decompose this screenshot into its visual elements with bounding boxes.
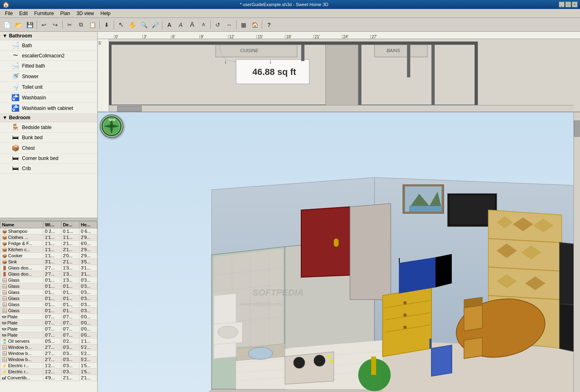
2d-view-button[interactable]: ▦ <box>238 20 249 30</box>
table-row[interactable]: 🪟Glass0'1...0'1...0'3... <box>0 302 97 308</box>
table-row[interactable]: 📦Cooker1'1...2'0...2'9... <box>0 253 97 259</box>
prop-width-cell: 1'2... <box>43 369 61 375</box>
tree-item-toilet[interactable]: 🚽 Toilet unit <box>0 82 97 92</box>
horizontal-scrollbar[interactable] <box>109 105 573 112</box>
flip-button[interactable]: ↔ <box>224 20 234 30</box>
minimize-button[interactable]: _ <box>559 2 565 7</box>
tree-item-washbasin[interactable]: 🚰 Washbasin <box>0 92 97 103</box>
open-button[interactable]: 📂 <box>13 20 24 30</box>
prop-name-cell: 🪟Glass <box>0 277 44 283</box>
magnify-tool[interactable]: 🔍 <box>138 20 149 30</box>
floor-plan[interactable]: CUISINE 46.88 sq ft BAINS <box>98 39 580 112</box>
table-row[interactable]: 🪟Glass0'1...0'1...0'3... <box>0 308 97 314</box>
tree-item-fitted-bath-label: Fitted bath <box>22 63 45 69</box>
table-row[interactable]: ⚡Electric r...1'2...0'3...1'5... <box>0 363 97 369</box>
tree-item-fitted-bath[interactable]: 🛁 Fitted bath <box>0 61 97 71</box>
import-button[interactable]: ⬇ <box>101 20 112 30</box>
help-button[interactable]: ? <box>264 20 274 30</box>
panel-resize-handle[interactable]: ··· <box>0 218 97 221</box>
table-row[interactable]: 🪟Glass0'1...1'3...0'3... <box>0 277 97 283</box>
window-controls[interactable]: _ □ × <box>559 2 578 7</box>
vertical-scrollbar-3d[interactable] <box>573 112 580 392</box>
prop-depth-cell: 1'3... <box>61 277 79 283</box>
tree-item-corner-bunk-bed[interactable]: 🛏 Corner bunk bed <box>0 153 97 164</box>
text-italic-button[interactable]: A <box>175 20 186 30</box>
paste-button[interactable]: 📋 <box>87 20 98 30</box>
undo-button[interactable]: ↩ <box>39 20 49 30</box>
table-row[interactable]: 🛋Convertib...4'9...2'1...2'1... <box>0 375 97 381</box>
select-tool[interactable]: ↖ <box>116 20 126 30</box>
3d-view[interactable]: NEW <box>98 112 580 392</box>
prop-type-icon: 🪟 <box>2 345 7 350</box>
table-row[interactable]: 🪟Glass0'1...0'1...0'3... <box>0 289 97 296</box>
tree-item-chest[interactable]: 📦 Chest <box>0 143 97 153</box>
table-row[interactable]: 📦Shampoo0 2...0 1...0 6... <box>0 228 97 234</box>
tree-item-crib[interactable]: 🛏 Crib <box>0 164 97 174</box>
table-row[interactable]: 🪟Window b...2'7...0'3...5'2... <box>0 344 97 350</box>
tree-item-bedside-table[interactable]: 🪑 Bedside table <box>0 122 97 133</box>
maximize-button[interactable]: □ <box>565 2 571 7</box>
text-large-button[interactable]: A <box>187 20 197 30</box>
table-row[interactable]: 📦Fridge & F...1'1...2'1...6'0... <box>0 241 97 247</box>
menu-plan[interactable]: Plan <box>57 10 73 17</box>
tree-item-bath[interactable]: 🛁 Bath <box>0 40 97 51</box>
text-small-button[interactable]: A <box>198 20 209 30</box>
prop-width-cell: 1'1... <box>43 253 61 259</box>
close-button[interactable]: × <box>572 2 578 7</box>
tree-item-escalier[interactable]: 〜 escalierColimacon2 <box>0 51 97 61</box>
menu-edit[interactable]: Edit <box>16 10 31 17</box>
tree-item-washbasin-cabinet[interactable]: 🚰 Washbasin with cabinet <box>0 103 97 114</box>
copy-button[interactable]: ⧉ <box>76 20 86 30</box>
table-row[interactable]: 🚪Glass doo...2'7...1'3...3'1... <box>0 265 97 271</box>
furniture-tree-container: ▼ Bathroom 🛁 Bath 〜 escalierColimacon2 🛁… <box>0 32 97 218</box>
tree-item-shower[interactable]: 🚿 Shower <box>0 71 97 82</box>
table-row[interactable]: 🪟Window b...2'7...0'3...5'2... <box>0 357 97 363</box>
cut-button[interactable]: ✂ <box>64 20 75 30</box>
furniture-tree[interactable]: ▼ Bathroom 🛁 Bath 〜 escalierColimacon2 🛁… <box>0 32 97 218</box>
table-row[interactable]: 🍽Plate0'7...0'7...0'0... <box>0 332 97 338</box>
table-row[interactable]: 🍽Plate0'7...0'7...0'0... <box>0 314 97 320</box>
floor-plan-svg: CUISINE 46.88 sq ft BAINS <box>98 39 580 112</box>
3d-view-button[interactable]: 🏠 <box>250 20 260 30</box>
redo-button[interactable]: ↪ <box>50 20 61 30</box>
table-row[interactable]: 🫙Oil servers0'5...0'2...1'1... <box>0 338 97 344</box>
hscroll-thumb[interactable] <box>117 106 142 112</box>
save-button[interactable]: 💾 <box>24 20 35 30</box>
menu-file[interactable]: File <box>2 10 16 17</box>
prop-name-cell: 🫙Oil servers <box>0 338 44 344</box>
toolbar-sep-8 <box>262 20 262 29</box>
prop-height-cell: 3'1... <box>79 265 97 271</box>
category-bathroom[interactable]: ▼ Bathroom <box>0 32 97 40</box>
new-button[interactable]: 📄 <box>2 20 12 30</box>
table-row[interactable]: 🪟Glass0'1...0'1...0'3... <box>0 296 97 302</box>
prop-type-icon: 🍽 <box>2 321 6 325</box>
text-bold-button[interactable]: A <box>164 20 175 30</box>
prop-depth-cell: 0'2... <box>61 338 79 344</box>
toolbar-sep-2 <box>62 20 63 29</box>
table-row[interactable]: 🚪Glass doo...2'7...1'3...3'1... <box>0 271 97 277</box>
prop-name-cell: 🪟Window b... <box>0 357 44 363</box>
table-row[interactable]: 🪟Glass0'1...0'1...0'3... <box>0 283 97 289</box>
table-row[interactable]: 📦Kitchen c...1'1...2'1...2'9... <box>0 247 97 253</box>
menu-help[interactable]: Help <box>97 10 114 17</box>
pan-tool[interactable]: ✋ <box>127 20 138 30</box>
properties-panel[interactable]: Name Wi... De... He... 📦Shampoo0 2...0 1… <box>0 221 97 392</box>
svg-rect-13 <box>431 45 435 106</box>
menu-furniture[interactable]: Furniture <box>31 10 57 17</box>
rotate-button[interactable]: ↺ <box>212 20 223 30</box>
table-row[interactable]: 📦Sink3'1...2'1...3'5... <box>0 259 97 265</box>
menu-3dview[interactable]: 3D view <box>73 10 97 17</box>
table-row[interactable]: 🍽Plate0'7...0'7...0'0... <box>0 326 97 332</box>
tree-item-bunk-bed[interactable]: 🛏 Bunk bed <box>0 133 97 143</box>
prop-height-cell: 3'5... <box>79 259 97 265</box>
vscroll-thumb-3d[interactable] <box>574 120 580 137</box>
category-bedroom[interactable]: ▼ Bedroom <box>0 114 97 122</box>
table-row[interactable]: 🍽Plate0'7...0'7...0'0... <box>0 320 97 326</box>
zoom-out-tool[interactable]: 🔎 <box>150 20 160 30</box>
prop-width-cell: 0'1... <box>43 296 61 302</box>
prop-depth-cell: 1'3... <box>61 271 79 277</box>
table-row[interactable]: 🪟Window b...2'7...0'3...5'2... <box>0 350 97 357</box>
navigation-compass[interactable]: NEW <box>100 114 123 138</box>
table-row[interactable]: 📦Clothes ...1'1...1'1...2'9... <box>0 234 97 241</box>
table-row[interactable]: ⚡Electric r...1'2...0'3...1'5... <box>0 369 97 375</box>
